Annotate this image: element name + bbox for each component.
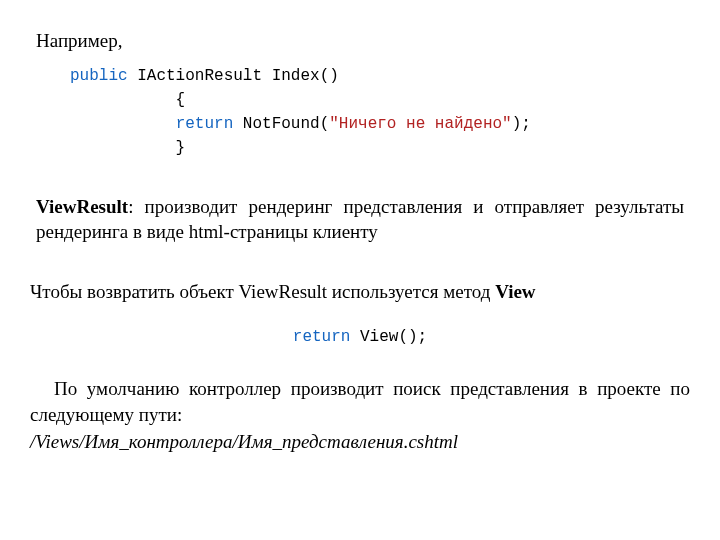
views-path-template: /Views/Имя_контроллера/Имя_представления…	[30, 429, 690, 455]
code-string-literal: "Ничего не найдено"	[329, 115, 511, 133]
code-block-index: public IActionResult Index() { return No…	[70, 64, 690, 160]
keyword-return: return	[176, 115, 234, 133]
view-usage-text: Чтобы возвратить объект ViewResult испол…	[30, 279, 684, 305]
view-usage-prefix: Чтобы возвратить объект ViewResult испол…	[30, 281, 495, 302]
viewresult-rest: : производит рендеринг представления и о…	[36, 196, 684, 243]
keyword-public: public	[70, 67, 128, 85]
intro-text: Например,	[36, 28, 690, 54]
code-call-end: );	[512, 115, 531, 133]
keyword-return-2: return	[293, 328, 351, 346]
code-brace-open: {	[70, 91, 185, 109]
view-usage-bold: View	[495, 281, 535, 302]
code-brace-close: }	[70, 139, 185, 157]
code-signature: IActionResult Index()	[128, 67, 339, 85]
code-view-call: View();	[350, 328, 427, 346]
code-line-return-view: return View();	[30, 327, 690, 349]
viewresult-description: ViewResult: производит рендеринг предста…	[36, 194, 684, 245]
code-notfound-call: NotFound(	[233, 115, 329, 133]
viewresult-bold: ViewResult	[36, 196, 128, 217]
default-path-text: По умолчанию контроллер производит поиск…	[30, 376, 690, 427]
